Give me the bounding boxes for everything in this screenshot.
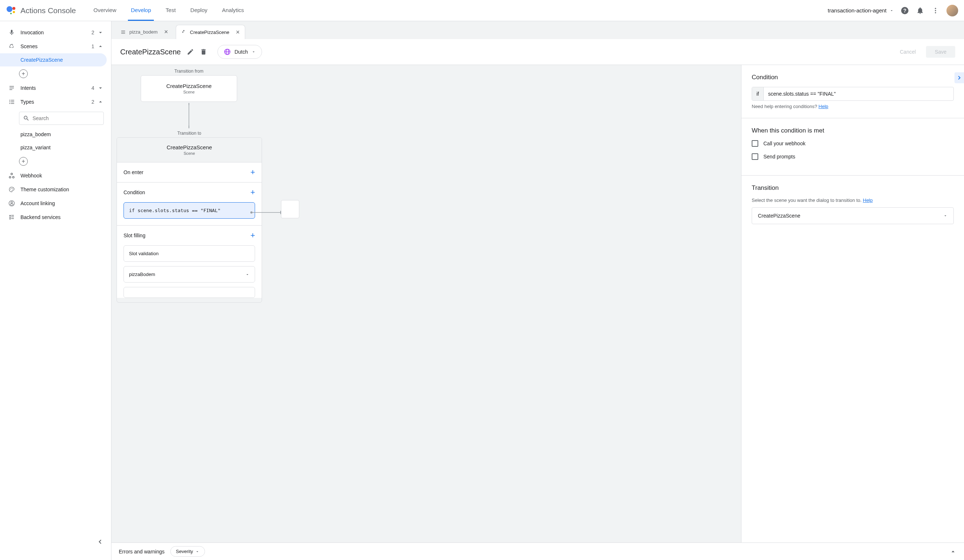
canvas[interactable]: Transition from CreatePizzaScene Scene T… [111,65,741,542]
panel-collapse[interactable] [954,72,964,83]
cancel-button[interactable]: Cancel [894,46,922,58]
errors-title: Errors and warnings [119,549,164,555]
transition-value: CreatePizzaScene [758,213,800,219]
type-search [19,112,104,125]
sidebar-collapse[interactable] [96,538,104,545]
sidebar-item-account-linking[interactable]: Account linking [0,196,111,210]
tab-test[interactable]: Test [163,0,179,21]
sidebar-label: Theme customization [20,187,69,192]
svg-point-7 [935,10,936,11]
toolbar: CreatePizzaScene Dutch Cancel Save [111,39,964,65]
notifications-icon[interactable] [916,6,925,15]
checkbox-icon [752,153,758,160]
chevron-down-icon [97,29,104,36]
svg-rect-13 [11,100,14,101]
expand-icon[interactable] [949,548,957,555]
chevron-up-icon [97,99,104,105]
logo[interactable]: Actions Console [6,5,76,16]
condition-input[interactable]: if scene.slots.status == "FINAL" [752,87,954,101]
transition-from-node[interactable]: CreatePizzaScene Scene [141,75,237,102]
help-icon[interactable]: ? [900,6,909,15]
more-icon[interactable] [931,6,940,15]
file-tab-pizza-bodem[interactable]: pizza_bodem × [115,25,174,39]
user-avatar[interactable] [946,5,958,16]
when-met-panel: When this condition is met Call your web… [741,118,964,175]
slot-label: Slot validation [129,251,159,256]
edit-icon[interactable] [187,48,194,55]
svg-rect-10 [10,88,14,88]
slot-validation-row[interactable]: Slot validation [124,245,255,262]
project-selector[interactable]: transaction-action-agent [828,7,894,13]
if-label: if [752,87,764,101]
severity-filter[interactable]: Severity [170,546,205,557]
sidebar-item-backend[interactable]: Backend services [0,210,111,224]
svg-point-6 [935,8,936,9]
svg-point-20 [11,173,13,175]
sidebar-item-scenes[interactable]: Scenes 1 [0,39,111,53]
intent-icon [7,85,16,91]
close-icon[interactable]: × [164,28,168,36]
add-scene[interactable]: + [0,67,111,81]
sidebar-item-invocation[interactable]: Invocation 2 [0,26,111,39]
help-link[interactable]: Help [863,198,873,203]
condition-expr[interactable]: scene.slots.status == "FINAL" [764,87,953,101]
slot-filling-header[interactable]: Slot filling + [117,226,262,245]
dropdown-icon [245,272,249,277]
type-pizza-variant[interactable]: pizza_variant [0,141,111,154]
condition-row[interactable]: if scene.slots.status == "FINAL" [124,202,255,219]
on-enter-header[interactable]: On enter + [117,162,262,182]
add-icon[interactable]: + [250,188,255,197]
sidebar-item-theme[interactable]: Theme customization [0,183,111,196]
dropdown-icon [889,8,894,13]
search-box[interactable] [19,112,104,125]
send-prompts-checkbox[interactable]: Send prompts [752,153,954,160]
section-label: On enter [124,169,143,175]
scene-header[interactable]: CreatePizzaScene Scene [117,138,262,162]
tab-develop[interactable]: Develop [128,0,154,21]
delete-icon[interactable] [200,48,207,55]
sidebar-item-types[interactable]: Types 2 [0,95,111,109]
svg-rect-25 [10,215,11,216]
content: pizza_bodem × CreatePizzaScene × CreateP… [111,21,964,560]
panel-title: Condition [752,74,954,81]
svg-point-23 [12,188,13,189]
checkbox-label: Call your webhook [764,141,805,146]
condition-header[interactable]: Condition + [117,183,262,202]
sidebar-item-webhook[interactable]: Webhook [0,169,111,183]
slot-label: pizzaBodem [129,272,155,277]
checkbox-icon [752,140,758,147]
call-webhook-checkbox[interactable]: Call your webhook [752,140,954,147]
sidebar-label: Backend services [20,214,61,220]
svg-point-3 [10,13,12,14]
type-pizza-bodem[interactable]: pizza_bodem [0,128,111,141]
sidebar-scene-createpizzascene[interactable]: CreatePizzaScene [0,53,107,67]
add-type[interactable]: + [0,154,111,169]
dropdown-icon [195,549,200,554]
condition-panel: Condition if scene.slots.status == "FINA… [741,65,964,118]
type-icon [120,29,126,35]
transition-desc: Select the scene you want the dialog to … [752,198,954,203]
file-tab-createpizzascene[interactable]: CreatePizzaScene × [176,25,245,39]
on-enter-section: On enter + [117,162,262,183]
search-input[interactable] [33,115,100,121]
close-icon[interactable]: × [236,28,240,36]
transition-select[interactable]: CreatePizzaScene [752,207,954,224]
mic-icon [7,29,16,36]
tab-analytics[interactable]: Analytics [219,0,247,21]
slot-pizzabodem-row[interactable]: pizzaBodem [124,266,255,282]
language-selector[interactable]: Dutch [217,45,262,59]
svg-rect-15 [11,101,14,102]
count: 1 [91,44,94,49]
add-icon[interactable]: + [250,231,255,240]
slot-empty-row[interactable] [124,287,255,298]
help-link[interactable]: Help [819,104,829,109]
add-icon[interactable]: + [250,167,255,177]
tab-deploy[interactable]: Deploy [187,0,210,21]
save-button[interactable]: Save [926,46,955,58]
count: 2 [91,99,94,105]
svg-rect-27 [10,217,11,218]
transition-target-node[interactable] [281,200,299,218]
tab-overview[interactable]: Overview [91,0,119,21]
plus-icon: + [19,69,28,78]
sidebar-item-intents[interactable]: Intents 4 [0,81,111,95]
